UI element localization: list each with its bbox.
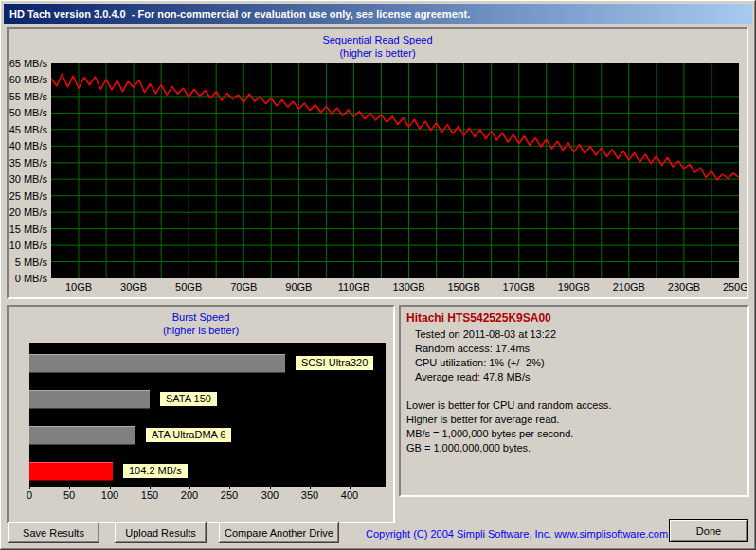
read-x-tick: 50GB [168, 281, 209, 293]
drive-name: Hitachi HTS542525K9SA00 [406, 311, 742, 325]
burst-x-tick: 0 [15, 489, 44, 501]
read-x-tick: 210GB [608, 281, 650, 293]
burst-bar-104-2-mb-s [29, 462, 113, 481]
drive-stat-cpu-utilization: CPU utilization: 1% (+/- 2%) [406, 356, 742, 370]
read-y-tick: 20 MB/s [9, 206, 47, 218]
burst-x-tick: 50 [55, 489, 83, 501]
read-speed-line [51, 63, 739, 278]
read-x-tick: 70GB [223, 281, 264, 293]
read-x-tick: 190GB [553, 281, 595, 293]
drive-stat-random-access: Random access: 17.4ms [406, 342, 742, 356]
benchmark-notes: Lower is better for CPU and random acces… [406, 399, 742, 455]
drive-info-panel: Hitachi HTS542525K9SA00 Tested on 2011-0… [399, 305, 749, 497]
burst-chart-title: Burst Speed [9, 311, 393, 323]
drive-stat-tested: Tested on 2011-08-03 at 13:22 [406, 328, 742, 342]
read-y-tick: 65 MB/s [9, 58, 47, 69]
benchmark-note: MB/s = 1,000,000 bytes per second. [406, 427, 742, 441]
read-y-tick: 40 MB/s [9, 140, 47, 151]
upload-results-button[interactable]: Upload Results [115, 522, 207, 543]
burst-x-axis-labels: 050100150200250300350400 [9, 489, 393, 503]
burst-x-tick: 250 [215, 489, 243, 501]
title-bar[interactable]: HD Tach version 3.0.4.0 - For non-commer… [4, 4, 752, 24]
read-y-tick: 35 MB/s [9, 157, 47, 169]
read-y-tick: 15 MB/s [9, 223, 47, 235]
benchmark-note: GB = 1,000,000,000 bytes. [406, 441, 742, 455]
read-chart-subtitle: (higher is better) [9, 47, 747, 59]
copyright-text: Copyright (C) 2004 Simpli Software, Inc.… [366, 528, 668, 540]
read-chart-title: Sequential Read Speed [9, 34, 747, 45]
read-x-tick: 250GB [718, 281, 748, 293]
done-button[interactable]: Done [669, 519, 748, 542]
burst-bar-label: ATA UltraDMA 6 [145, 427, 232, 443]
hdtach-window: HD Tach version 3.0.4.0 - For non-commer… [0, 0, 756, 550]
benchmark-note: Higher is better for average read. [406, 413, 742, 427]
burst-x-tick: 100 [96, 489, 124, 501]
compare-another-drive-button[interactable]: Compare Another Drive [219, 522, 339, 543]
read-y-axis-labels: 65 MB/s60 MB/s55 MB/s50 MB/s45 MB/s40 MB… [9, 29, 47, 297]
burst-bar-label: SCSI Ultra320 [295, 355, 374, 371]
read-x-axis-labels: 10GB30GB50GB70GB90GB110GB130GB150GB170GB… [9, 281, 747, 294]
burst-x-tick: 350 [296, 489, 324, 501]
read-y-tick: 60 MB/s [9, 74, 47, 85]
benchmark-note: Lower is better for CPU and random acces… [406, 399, 742, 413]
burst-x-tick: 200 [175, 489, 204, 501]
read-x-tick: 110GB [333, 281, 374, 293]
drive-stat-average-read: Average read: 47.8 MB/s [406, 370, 742, 384]
read-y-tick: 50 MB/s [9, 107, 47, 118]
read-x-tick: 230GB [663, 281, 705, 293]
read-speed-plot [51, 63, 739, 278]
burst-chart-subtitle: (higher is better) [9, 325, 393, 336]
read-y-tick: 5 MB/s [9, 257, 47, 268]
read-y-tick: 45 MB/s [9, 124, 47, 135]
burst-speed-plot: SCSI Ultra320SATA 150ATA UltraDMA 6104.2… [29, 343, 386, 487]
burst-bar-scsi-ultra320 [29, 354, 285, 373]
read-x-tick: 130GB [388, 281, 430, 293]
read-x-tick: 90GB [278, 281, 319, 293]
save-results-button[interactable]: Save Results [8, 522, 99, 543]
read-y-tick: 10 MB/s [9, 240, 47, 251]
burst-x-tick: 400 [335, 489, 364, 501]
burst-bar-sata-150 [29, 390, 150, 409]
read-y-tick: 25 MB/s [9, 190, 47, 202]
read-x-tick: 30GB [113, 281, 154, 293]
sequential-read-panel: Sequential Read Speed (higher is better)… [7, 27, 748, 299]
read-y-tick: 30 MB/s [9, 173, 47, 185]
burst-bar-ata-ultradma-6 [29, 426, 135, 445]
read-x-tick: 150GB [443, 281, 485, 293]
burst-bar-label: SATA 150 [159, 391, 218, 407]
burst-x-tick: 150 [135, 489, 164, 501]
window-title: HD Tach version 3.0.4.0 - For non-commer… [9, 9, 470, 20]
burst-speed-panel: Burst Speed (higher is better) SCSI Ultr… [7, 305, 395, 523]
read-x-tick: 170GB [498, 281, 540, 293]
read-x-tick: 10GB [58, 281, 99, 293]
burst-x-tick: 300 [256, 489, 284, 501]
burst-bar-label: 104.2 MB/s [122, 463, 189, 479]
read-y-tick: 55 MB/s [9, 91, 47, 102]
